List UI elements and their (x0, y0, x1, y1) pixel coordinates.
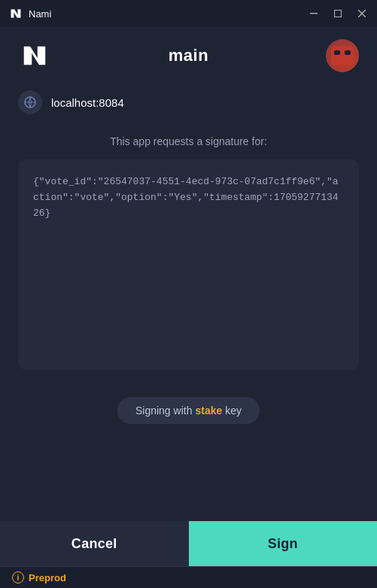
avatar-image (326, 39, 359, 72)
svg-rect-1 (335, 11, 342, 17)
preprod-bar: i Preprod (0, 566, 377, 588)
robot-avatar (331, 46, 354, 65)
action-buttons: Cancel Sign (0, 521, 377, 566)
bottom-bar: Cancel Sign i Preprod (0, 521, 377, 588)
signature-data: {"vote_id":"26547037-4551-4ecd-973c-07ad… (33, 174, 344, 221)
sign-button[interactable]: Sign (189, 521, 378, 566)
app-name-label: Nami (29, 8, 51, 20)
maximize-button[interactable] (332, 8, 344, 20)
nami-logo-small (9, 7, 23, 20)
cancel-button[interactable]: Cancel (0, 521, 189, 566)
close-button[interactable] (356, 8, 368, 20)
preprod-info-icon: i (12, 571, 24, 583)
page-title: main (169, 46, 208, 65)
signing-pill: Signing with stake key (117, 397, 260, 424)
signature-box: {"vote_id":"26547037-4551-4ecd-973c-07ad… (18, 159, 359, 370)
signing-prefix: Signing with (135, 405, 193, 417)
svg-rect-0 (310, 13, 318, 14)
header: main (0, 27, 377, 84)
app-name: Nami (9, 7, 51, 20)
signing-highlight: stake (195, 405, 222, 417)
title-bar: Nami (0, 0, 377, 27)
origin-row: localhost:8084 (0, 84, 377, 120)
window-controls (308, 8, 368, 20)
minimize-button[interactable] (308, 8, 320, 20)
signing-badge-container: Signing with stake key (0, 397, 377, 424)
origin-url: localhost:8084 (51, 96, 124, 109)
request-label: This app requests a signature for: (18, 135, 359, 147)
origin-icon (18, 90, 42, 114)
signing-suffix: key (225, 405, 242, 417)
nami-logo (18, 39, 51, 72)
avatar[interactable] (326, 39, 359, 72)
main-content: This app requests a signature for: {"vot… (0, 123, 377, 397)
preprod-label: Preprod (29, 572, 66, 583)
